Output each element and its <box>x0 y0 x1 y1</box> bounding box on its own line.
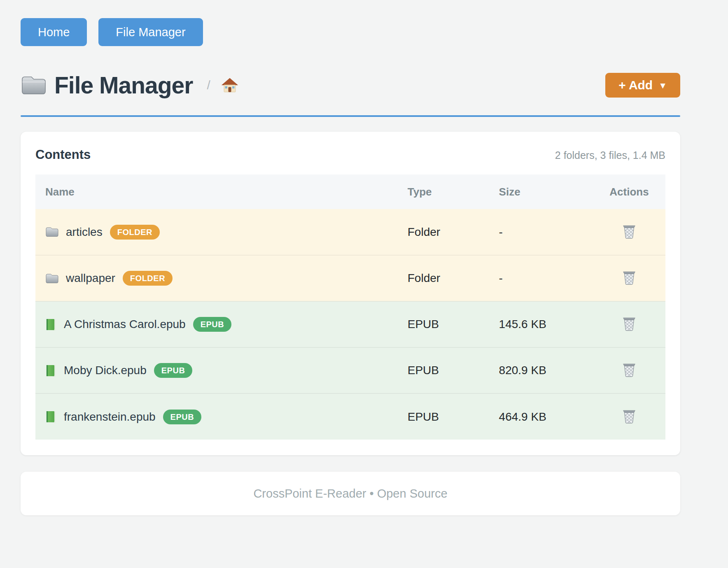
home-button[interactable]: Home <box>21 18 87 46</box>
folder-icon <box>45 226 58 237</box>
item-size: - <box>489 209 593 255</box>
title-group: File Manager / <box>21 72 605 99</box>
footer-text: CrossPoint E-Reader • Open Source <box>253 487 447 500</box>
folder-link-articles[interactable]: articles FOLDER <box>45 225 388 240</box>
delete-button[interactable] <box>621 361 638 379</box>
item-size: 820.9 KB <box>489 347 593 393</box>
folder-link-wallpaper[interactable]: wallpaper FOLDER <box>45 271 388 286</box>
column-header-actions: Actions <box>593 175 665 209</box>
table-row-christmas-carol: A Christmas Carol.epub EPUB EPUB 145.6 K… <box>35 301 665 347</box>
contents-summary: 2 folders, 3 files, 1.4 MB <box>555 149 665 161</box>
item-size: 464.9 KB <box>489 393 593 440</box>
item-name: A Christmas Carol.epub <box>64 318 186 331</box>
item-name: Moby Dick.epub <box>64 364 147 377</box>
trash-icon <box>622 409 636 424</box>
type-badge: EPUB <box>193 317 232 332</box>
item-size: 145.6 KB <box>489 301 593 347</box>
breadcrumb-separator: / <box>207 78 210 92</box>
column-header-size: Size <box>489 175 593 209</box>
page-title: File Manager <box>54 72 193 99</box>
type-badge: FOLDER <box>123 271 173 286</box>
column-header-type: Type <box>398 175 489 209</box>
file-link-moby-dick[interactable]: Moby Dick.epub EPUB <box>45 363 388 378</box>
type-badge: EPUB <box>163 410 202 424</box>
file-link-christmas-carol[interactable]: A Christmas Carol.epub EPUB <box>45 317 388 332</box>
column-header-name: Name <box>35 175 398 209</box>
chevron-down-icon: ▼ <box>658 81 667 91</box>
type-badge: EPUB <box>154 363 193 378</box>
add-button[interactable]: + Add ▼ <box>605 73 680 98</box>
item-type: Folder <box>398 255 489 301</box>
footer: CrossPoint E-Reader • Open Source <box>21 472 680 515</box>
contents-title: Contents <box>35 147 91 162</box>
table-row-moby-dick: Moby Dick.epub EPUB EPUB 820.9 KB <box>35 347 665 393</box>
trash-icon <box>622 316 636 331</box>
trash-icon <box>622 362 636 377</box>
trash-icon <box>622 270 636 285</box>
file-manager-button[interactable]: File Manager <box>98 18 203 46</box>
trash-icon <box>622 224 636 239</box>
type-badge: FOLDER <box>110 225 160 240</box>
file-table: Name Type Size Actions <box>35 175 665 440</box>
header-divider <box>21 115 680 117</box>
add-button-label: + Add <box>618 78 653 92</box>
folder-icon <box>21 74 46 96</box>
item-type: EPUB <box>398 393 489 440</box>
file-table-header: Name Type Size Actions <box>35 175 665 209</box>
item-name: wallpaper <box>66 272 115 285</box>
book-icon <box>45 318 56 331</box>
item-type: Folder <box>398 209 489 255</box>
delete-button[interactable] <box>621 407 638 426</box>
top-nav: Home File Manager <box>21 0 680 46</box>
contents-card-header: Contents 2 folders, 3 files, 1.4 MB <box>35 147 665 162</box>
contents-card: Contents 2 folders, 3 files, 1.4 MB Name… <box>21 132 680 455</box>
item-type: EPUB <box>398 347 489 393</box>
book-icon <box>45 364 56 377</box>
item-name: frankenstein.epub <box>64 410 156 424</box>
book-icon <box>45 410 56 423</box>
table-row-wallpaper: wallpaper FOLDER Folder - <box>35 255 665 301</box>
page-container: Home File Manager File Manager / <box>21 0 680 515</box>
item-type: EPUB <box>398 301 489 347</box>
item-size: - <box>489 255 593 301</box>
delete-button[interactable] <box>621 314 638 333</box>
item-name: articles <box>66 226 103 239</box>
table-row-frankenstein: frankenstein.epub EPUB EPUB 464.9 KB <box>35 393 665 440</box>
home-icon[interactable] <box>221 77 238 94</box>
delete-button[interactable] <box>621 222 638 241</box>
delete-button[interactable] <box>621 268 638 287</box>
folder-icon <box>45 273 58 284</box>
page-header: File Manager / + Add ▼ <box>21 72 680 99</box>
table-row-articles: articles FOLDER Folder - <box>35 209 665 255</box>
file-link-frankenstein[interactable]: frankenstein.epub EPUB <box>45 410 388 424</box>
